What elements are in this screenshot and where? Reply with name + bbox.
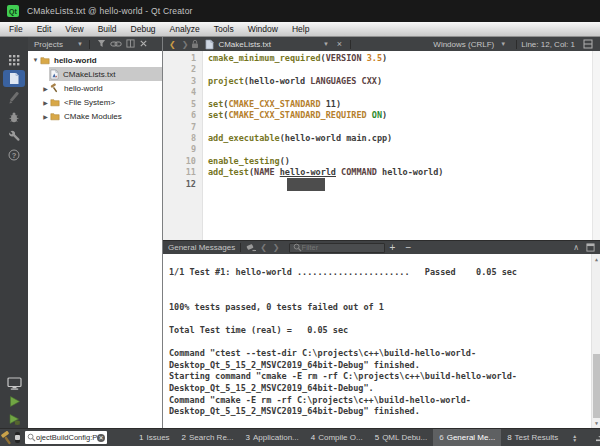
tree-item-file-system[interactable]: ▶<File System>	[28, 95, 162, 109]
mode-edit-mode-button[interactable]	[3, 70, 25, 87]
output-tab-test-results[interactable]: 8Test Results	[501, 429, 564, 446]
output-tab-qml-debu[interactable]: 5QML Debu...	[369, 429, 434, 446]
split-view-icon[interactable]	[126, 39, 135, 48]
projects-panel: Projects ▼ ▼hello-worldCMakeLists.txt▶he…	[28, 37, 163, 428]
progress-indicator[interactable]	[15, 432, 20, 443]
zoom-in-button[interactable]: +	[390, 243, 396, 253]
output-line: Starting command "cmake -E rm -rf C:\pro…	[169, 371, 588, 383]
projects-panel-title[interactable]: Projects	[31, 40, 63, 49]
output-scrollbar[interactable]: ▲ ▼	[591, 254, 600, 428]
output-panel-title: General Messages	[168, 243, 235, 252]
menubar: FileEditViewBuildDebugAnalyzeToolsWindow…	[0, 22, 600, 37]
hammer-icon	[50, 83, 60, 93]
code-line-8: add_executable(hello-world main.cpp)	[208, 133, 392, 144]
minimize-output-icon[interactable]	[586, 433, 600, 442]
mode-projects-wrench-button[interactable]	[2, 126, 26, 145]
output-tab-search-re[interactable]: 2Search Re...	[176, 429, 240, 446]
tree-item-label: CMake Modules	[64, 112, 122, 121]
tree-item-cmakelists-txt[interactable]: CMakeLists.txt	[28, 67, 162, 81]
output-tab-application[interactable]: 3Application...	[240, 429, 305, 446]
tree-item-hello-world[interactable]: ▶hello-world	[28, 81, 162, 95]
output-tab-general-me[interactable]: 6General Me...	[433, 429, 501, 446]
next-item-icon[interactable]: ❯	[273, 243, 280, 252]
chevron-down-icon[interactable]: ▼	[500, 41, 506, 47]
collapse-pane-icon[interactable]: ∧	[573, 243, 579, 252]
editor-scrollbar[interactable]	[592, 51, 600, 240]
mode-debug-bug-button[interactable]	[2, 107, 26, 126]
menu-window[interactable]: Window	[241, 22, 285, 36]
open-documents-dropdown-icon[interactable]: ▼	[323, 41, 329, 47]
output-line: 1/1 Test #1: hello-world ...............…	[169, 267, 588, 279]
minimize-output-icon	[595, 433, 600, 442]
cmakefile-icon	[50, 69, 59, 80]
mode-design-pencil-button[interactable]	[2, 88, 26, 107]
close-document-icon[interactable]: ×	[337, 39, 342, 49]
editor-area: ❮ ❯ CMakeLists.txt ▼ × Windows (CRLF) ▼ …	[163, 37, 600, 428]
menu-view[interactable]: View	[58, 22, 90, 36]
caret-collapsed-icon[interactable]: ▶	[42, 99, 49, 106]
code-editor[interactable]: 123456789101112 cmake_minimum_required(V…	[163, 51, 600, 240]
search-icon	[293, 243, 302, 252]
document-tab[interactable]: CMakeLists.txt	[205, 39, 270, 50]
caret-collapsed-icon[interactable]: ▶	[42, 85, 49, 92]
statusbar: ojectBuildConfig:Path) ✕ 1Issues2Search …	[0, 428, 600, 446]
menu-debug[interactable]: Debug	[124, 22, 163, 36]
scrollbar-thumb[interactable]	[593, 354, 600, 418]
chevron-down-icon[interactable]: ▼	[77, 41, 83, 47]
search-icon	[27, 433, 36, 442]
tree-item-cmake-modules[interactable]: ▶CMake Modules	[28, 109, 162, 123]
filter-input[interactable]	[302, 243, 381, 252]
back-icon[interactable]: ❮	[169, 40, 176, 49]
debug-run-button[interactable]	[0, 410, 28, 428]
tree-item-hello-world[interactable]: ▼hello-world	[28, 53, 162, 67]
mode-grid-button[interactable]	[2, 50, 26, 69]
caret-collapsed-icon[interactable]: ▶	[42, 113, 49, 120]
debug-run-icon	[8, 413, 21, 426]
search-icon	[27, 433, 36, 442]
output-filter-box[interactable]	[289, 243, 385, 253]
menu-edit[interactable]: Edit	[30, 22, 59, 36]
search-icon	[293, 243, 302, 252]
caret-expanded-icon[interactable]: ▼	[32, 57, 39, 63]
split-editor-icon[interactable]	[583, 39, 593, 49]
locator-input[interactable]: ojectBuildConfig:Path) ✕	[25, 431, 107, 444]
previous-item-icon[interactable]: ❮	[260, 243, 267, 252]
tree-item-label: hello-world	[64, 84, 103, 93]
output-console[interactable]: 1/1 Test #1: hello-world ...............…	[163, 254, 600, 428]
filter-funnel-icon[interactable]	[97, 39, 106, 48]
forward-icon[interactable]: ❯	[182, 40, 189, 49]
scroll-down-icon[interactable]: ▼	[592, 420, 600, 426]
folder-icon	[50, 98, 60, 107]
editor-toolbar: ❮ ❯ CMakeLists.txt ▼ × Windows (CRLF) ▼ …	[163, 37, 600, 51]
scroll-up-icon[interactable]: ▲	[592, 256, 600, 262]
menu-build[interactable]: Build	[91, 22, 124, 36]
output-tab-issues[interactable]: 1Issues	[133, 429, 176, 446]
encoding-selector[interactable]: Windows (CRLF)	[433, 40, 494, 49]
menu-tools[interactable]: Tools	[207, 22, 241, 36]
line-number: 8	[166, 133, 196, 144]
clear-icon[interactable]	[246, 243, 257, 253]
run-button[interactable]	[0, 392, 28, 410]
link-sync-icon[interactable]	[110, 40, 122, 48]
code-line-10: enable_testing()	[208, 156, 290, 167]
build-hammer-icon	[0, 431, 15, 445]
close-icon[interactable]	[139, 39, 148, 48]
maximize-pane-icon[interactable]	[586, 243, 595, 252]
block-cursor	[287, 178, 325, 191]
zoom-out-button[interactable]: −	[405, 243, 411, 253]
projects-panel-header: Projects ▼	[28, 37, 162, 51]
folder-icon	[40, 56, 50, 65]
folder-icon	[50, 112, 60, 121]
titlebar: Qt CMakeLists.txt @ hello-world - Qt Cre…	[0, 0, 600, 22]
menu-help[interactable]: Help	[285, 22, 316, 36]
build-hammer-icon[interactable]	[0, 431, 15, 445]
clear-locator-icon[interactable]: ✕	[97, 434, 105, 442]
output-tab-compile-o[interactable]: 4Compile O...	[305, 429, 369, 446]
menu-file[interactable]: File	[2, 22, 30, 36]
tree-item-label: <File System>	[64, 98, 115, 107]
kit-selector-button[interactable]	[0, 374, 28, 392]
menu-analyze[interactable]: Analyze	[163, 22, 207, 36]
mode-help-button[interactable]: ?	[2, 145, 26, 164]
line-number: 1	[166, 53, 196, 64]
output-line: Total Test time (real) = 0.05 sec	[169, 325, 588, 337]
